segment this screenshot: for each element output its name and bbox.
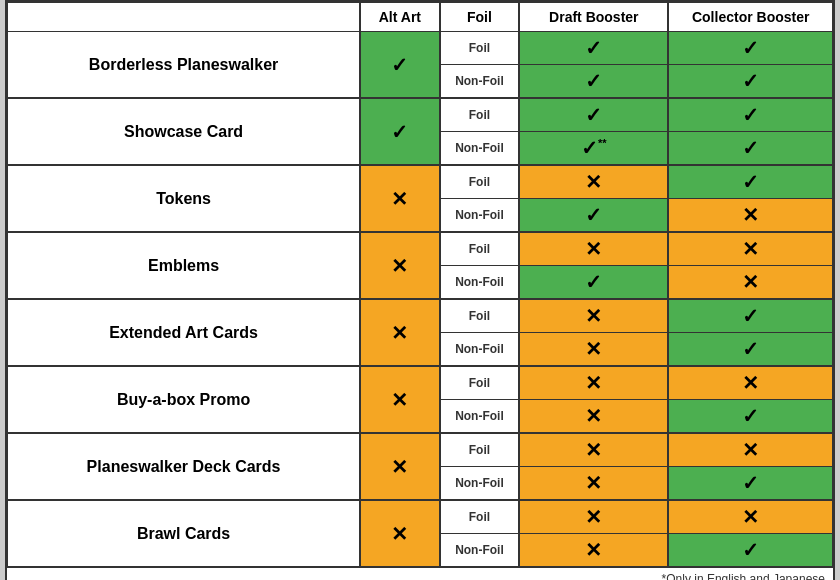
foil-type-label: Foil — [440, 366, 520, 400]
card-type-label: Emblems — [8, 232, 361, 299]
header-collector-booster: Collector Booster — [668, 3, 832, 32]
foil-type-label: Non-Foil — [440, 534, 520, 568]
table-row: Showcase Card✓Foil✓✓ — [8, 98, 833, 132]
foil-type-label: Foil — [440, 165, 520, 199]
alt-art-cell: ✓ — [360, 32, 440, 99]
collector-booster-cell: ✕ — [668, 199, 832, 233]
draft-booster-cell: ✓ — [519, 266, 668, 300]
draft-booster-cell: ✕ — [519, 299, 668, 333]
collector-booster-cell: ✓ — [668, 333, 832, 367]
table-row: Extended Art Cards✕Foil✕✓ — [8, 299, 833, 333]
draft-booster-cell: ✕ — [519, 500, 668, 534]
draft-booster-cell: ✕ — [519, 467, 668, 501]
alt-art-cell: ✓ — [360, 98, 440, 165]
collector-booster-cell: ✓ — [668, 165, 832, 199]
foil-type-label: Foil — [440, 433, 520, 467]
draft-booster-cell: ✓ — [519, 199, 668, 233]
foil-type-label: Non-Foil — [440, 400, 520, 434]
draft-booster-cell: ✕ — [519, 232, 668, 266]
table-row: Emblems✕Foil✕✕ — [8, 232, 833, 266]
card-type-label: Extended Art Cards — [8, 299, 361, 366]
collector-booster-cell: ✕ — [668, 266, 832, 300]
foil-type-label: Foil — [440, 98, 520, 132]
header-card-type — [8, 3, 361, 32]
foil-type-label: Non-Foil — [440, 333, 520, 367]
alt-art-cell: ✕ — [360, 433, 440, 500]
draft-booster-cell: ✕ — [519, 534, 668, 568]
card-type-label: Tokens — [8, 165, 361, 232]
table-row: Brawl Cards✕Foil✕✕ — [8, 500, 833, 534]
collector-booster-cell: ✓ — [668, 32, 832, 65]
table-row: Buy-a-box Promo✕Foil✕✕ — [8, 366, 833, 400]
collector-booster-cell: ✕ — [668, 500, 832, 534]
card-type-label: Showcase Card — [8, 98, 361, 165]
card-type-label: Brawl Cards — [8, 500, 361, 567]
table-row: Planeswalker Deck Cards✕Foil✕✕ — [8, 433, 833, 467]
main-container: Alt Art Foil Draft Booster Collector Boo… — [5, 0, 835, 580]
table-row: Borderless Planeswalker✓Foil✓✓ — [8, 32, 833, 65]
foil-type-label: Non-Foil — [440, 199, 520, 233]
collector-booster-cell: ✓ — [668, 534, 832, 568]
collector-booster-cell: ✓ — [668, 299, 832, 333]
card-type-label: Planeswalker Deck Cards — [8, 433, 361, 500]
foil-type-label: Non-Foil — [440, 467, 520, 501]
collector-booster-cell: ✓ — [668, 467, 832, 501]
collector-booster-cell: ✕ — [668, 232, 832, 266]
header-draft-booster: Draft Booster — [519, 3, 668, 32]
collector-booster-cell: ✕ — [668, 366, 832, 400]
draft-booster-cell: ✕ — [519, 333, 668, 367]
collector-booster-cell: ✓ — [668, 98, 832, 132]
alt-art-cell: ✕ — [360, 366, 440, 433]
draft-booster-cell: ✓ — [519, 65, 668, 99]
card-type-label: Buy-a-box Promo — [8, 366, 361, 433]
foil-type-label: Foil — [440, 232, 520, 266]
footnote-1: *Only in English and Japanese — [7, 568, 833, 580]
card-type-label: Borderless Planeswalker — [8, 32, 361, 99]
comparison-table: Alt Art Foil Draft Booster Collector Boo… — [7, 2, 833, 568]
foil-type-label: Foil — [440, 500, 520, 534]
table-row: Tokens✕Foil✕✓ — [8, 165, 833, 199]
draft-booster-cell: ✕ — [519, 165, 668, 199]
collector-booster-cell: ✓ — [668, 65, 832, 99]
draft-booster-cell: ✓ — [519, 98, 668, 132]
alt-art-cell: ✕ — [360, 500, 440, 567]
header-foil: Foil — [440, 3, 520, 32]
foil-type-label: Non-Foil — [440, 132, 520, 166]
alt-art-cell: ✕ — [360, 232, 440, 299]
header-row: Alt Art Foil Draft Booster Collector Boo… — [8, 3, 833, 32]
foil-type-label: Non-Foil — [440, 266, 520, 300]
alt-art-cell: ✕ — [360, 165, 440, 232]
foil-type-label: Foil — [440, 32, 520, 65]
draft-booster-cell: ✕ — [519, 433, 668, 467]
collector-booster-cell: ✓ — [668, 132, 832, 166]
draft-booster-cell: ✕ — [519, 366, 668, 400]
foil-type-label: Foil — [440, 299, 520, 333]
draft-booster-cell: ✕ — [519, 400, 668, 434]
draft-booster-cell: ✓ — [519, 32, 668, 65]
draft-booster-cell: ✓** — [519, 132, 668, 166]
header-alt-art: Alt Art — [360, 3, 440, 32]
collector-booster-cell: ✓ — [668, 400, 832, 434]
collector-booster-cell: ✕ — [668, 433, 832, 467]
foil-type-label: Non-Foil — [440, 65, 520, 99]
alt-art-cell: ✕ — [360, 299, 440, 366]
